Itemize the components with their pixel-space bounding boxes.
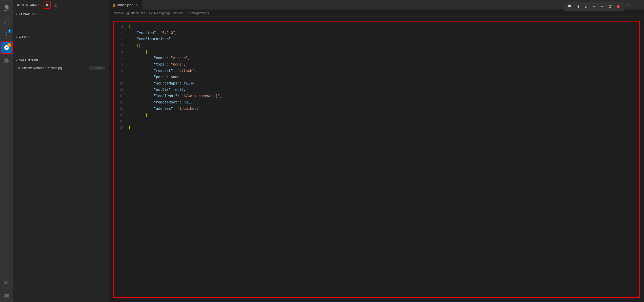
token-colon: :	[167, 75, 171, 79]
svg-rect-0	[4, 281, 5, 282]
extensions-icon[interactable]	[1, 55, 13, 67]
line-number: 2	[114, 30, 127, 36]
token-brace: }	[145, 113, 147, 117]
token-comma: ,	[184, 62, 186, 67]
more-editor-icon[interactable]: ···	[633, 2, 640, 9]
token-comma: ,	[194, 81, 196, 85]
breadcrumb-vscode[interactable]: .vscode	[113, 11, 124, 15]
line-number: 17	[114, 125, 127, 131]
line-content: "port": 5888,	[127, 74, 639, 80]
line-number: 4	[114, 43, 127, 49]
split-editor-icon[interactable]	[625, 2, 632, 9]
line-content: "configurations":	[127, 36, 639, 42]
run-config-select[interactable]: Attach ▾	[26, 3, 42, 7]
debug-badge: 1	[7, 43, 11, 47]
sidebar-header: RUN Attach ▾ ...	[13, 0, 109, 10]
token-string: "localhost"	[177, 107, 200, 111]
svg-point-13	[569, 6, 570, 7]
token-comma: ,	[220, 94, 222, 98]
code-line: 3 "configurations":	[114, 36, 639, 42]
code-line: 7 "type": "node",	[114, 61, 639, 68]
variables-section: ▼ VARIABLES	[13, 10, 109, 33]
token-string: "${workspaceRoot}"	[182, 94, 220, 98]
token-null: null	[175, 88, 184, 92]
more-actions-icon[interactable]: ...	[99, 2, 105, 8]
line-content: }	[127, 112, 639, 118]
code-line: 9 "port": 5888,	[114, 74, 639, 80]
token-key: "type"	[154, 62, 167, 67]
code-container[interactable]: 1{2 "version": "0.2.0",3 "configurations…	[113, 21, 640, 298]
main-layout: RUN Attach ▾ ... ▼ VARIABLES	[13, 0, 644, 302]
code-line: 16 ]	[114, 118, 639, 125]
sidebar: RUN Attach ▾ ... ▼ VARIABLES	[13, 0, 109, 302]
run-config-name: Attach	[30, 3, 39, 7]
line-content: {	[127, 49, 639, 55]
line-content: {	[127, 24, 639, 30]
search-icon[interactable]	[1, 15, 13, 27]
settings-btn[interactable]	[44, 2, 51, 9]
token-brace: {	[128, 25, 130, 29]
breadcrumb: .vscode › {} launch.json › JSON Language…	[109, 10, 644, 17]
breadcrumb-configurations[interactable]: [ ] configurations	[187, 11, 209, 15]
token-indent2	[128, 31, 137, 35]
callstack-header[interactable]: ▼ CALL STACK	[13, 56, 109, 64]
token-null: null	[184, 100, 192, 104]
token-comma: ,	[179, 75, 182, 79]
token-colon: :	[167, 62, 171, 67]
files-icon[interactable]	[1, 2, 13, 14]
stop-icon[interactable]	[615, 3, 622, 10]
token-string: "0.2.0"	[160, 31, 175, 35]
variables-header[interactable]: ▼ VARIABLES	[13, 10, 109, 18]
svg-rect-2	[7, 281, 8, 282]
token-comma: ,	[175, 31, 177, 35]
git-icon[interactable]: 3	[1, 28, 13, 40]
code-editor: 1{2 "version": "0.2.0",3 "configurations…	[114, 21, 639, 133]
step-out-icon[interactable]	[598, 3, 606, 10]
activity-bar: 3 1	[0, 0, 13, 302]
svg-marker-6	[26, 4, 28, 6]
breadcrumb-language-features[interactable]: JSON Language Features	[148, 11, 183, 15]
token-indent6	[128, 75, 154, 79]
step-over-icon[interactable]	[582, 3, 589, 10]
step-into-icon[interactable]	[590, 3, 597, 10]
code-line: 4 [	[114, 42, 639, 49]
restart-icon[interactable]	[607, 3, 614, 10]
code-line: 17}	[114, 125, 639, 131]
top-right-icons: ···	[621, 0, 644, 11]
token-key: "localRoot"	[154, 94, 177, 98]
token-colon: :	[171, 88, 175, 92]
line-content: "request": "attach",	[127, 68, 639, 74]
svg-point-12	[568, 6, 569, 7]
token-colon: :	[171, 37, 173, 41]
line-content: "name": "Attach",	[127, 55, 639, 61]
token-string: "node"	[171, 62, 184, 67]
tab-launch-json[interactable]: {} launch.json ✕	[109, 0, 143, 10]
new-terminal-icon[interactable]	[53, 2, 59, 8]
pause-icon[interactable]	[574, 3, 581, 10]
line-content: "address": "localhost"	[127, 106, 639, 112]
code-line: 10 "sourceMaps": false,	[114, 80, 639, 87]
sidebar-bottom	[13, 79, 109, 302]
tab-close-icon[interactable]: ✕	[135, 3, 139, 7]
line-number: 7	[114, 62, 127, 68]
line-number: 8	[114, 68, 127, 74]
docker-icon[interactable]	[1, 277, 13, 289]
token-key: "address"	[154, 107, 173, 111]
token-comma: ,	[192, 100, 194, 104]
variables-label: VARIABLES	[19, 13, 37, 16]
svg-point-9	[568, 5, 569, 6]
callstack-item[interactable]: ⚙ Attach: Remote Process [0] RUNNING	[13, 65, 109, 71]
database-icon[interactable]	[1, 290, 13, 302]
token-colon: :	[167, 56, 171, 60]
token-key: "configurations"	[137, 37, 171, 41]
token-colon: :	[179, 81, 184, 85]
code-line: 5 {	[114, 49, 639, 55]
debug-dots-icon[interactable]	[566, 3, 573, 10]
breadcrumb-launch-json[interactable]: {} launch.json	[127, 11, 145, 15]
token-comma: ,	[188, 56, 190, 60]
code-line: 14 "address": "localhost"	[114, 106, 639, 112]
debug-run-icon[interactable]: 1	[1, 41, 13, 54]
line-number: 14	[114, 106, 127, 112]
watch-header[interactable]: ▼ WATCH	[13, 33, 109, 41]
callstack-label: CALL STACK	[19, 59, 38, 62]
